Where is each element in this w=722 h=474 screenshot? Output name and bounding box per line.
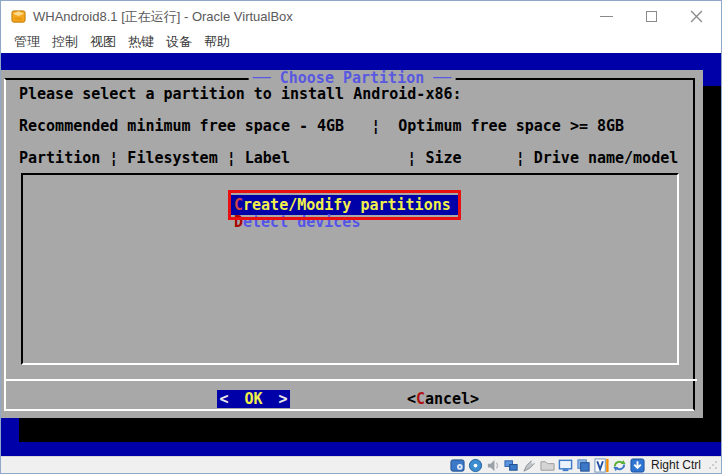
ok-button[interactable]: <OK> [217,390,290,408]
dialog-title: ── Choose Partition ── [249,70,456,86]
menu-item-hotkeys[interactable]: 热键 [125,33,157,51]
menu-item-view[interactable]: 视图 [87,33,119,51]
prompt-text: Please select a partition to install And… [1,86,462,102]
usb-icon[interactable] [522,458,537,473]
mouse-integration-icon[interactable] [612,458,627,473]
resize-grip[interactable] [708,460,718,470]
maximize-button[interactable] [629,1,674,31]
close-button[interactable] [674,1,719,31]
partition-table-header: Partition ¦ Filesystem ¦ Label ¦ Size ¦ … [1,150,678,166]
hotkey-letter: D [234,213,243,231]
minimize-icon [600,16,613,17]
recording-icon[interactable] [576,458,591,473]
menu-item-create-modify-partitions[interactable]: Create/Modify partitions [231,195,458,215]
menu-item-machine[interactable]: 管理 [11,33,43,51]
hotkey-letter: C [234,196,243,214]
close-icon [690,10,703,23]
bracket-left: < [407,390,416,408]
ok-label: OK [244,390,262,408]
network-icon[interactable] [504,458,519,473]
item-label: reate/Modify partitions [243,196,451,214]
minimize-button[interactable] [584,1,629,31]
maximize-icon [646,11,657,22]
choose-partition-dialog: ── Choose Partition ── Please select a p… [1,70,703,418]
space-recommendation-text: Recommended minimum free space - 4GB ¦ O… [1,118,624,134]
buttons-separator-line [5,379,697,381]
menu-item-detect-devices[interactable]: Detect devices [234,214,360,230]
shared-folders-icon[interactable] [540,458,555,473]
bracket-left: < [219,390,228,408]
cancel-button[interactable]: <Cancel> [406,390,480,408]
status-bar: Right Ctrl [1,456,721,473]
display-icon[interactable] [558,458,573,473]
virtualbox-window: WHAndroid8.1 [正在运行] - Oracle VirtualBox … [0,0,722,474]
virtualization-icon[interactable] [594,458,609,473]
item-label: etect devices [243,213,360,231]
audio-icon[interactable] [486,458,501,473]
menu-item-control[interactable]: 控制 [49,33,81,51]
optical-drives-icon[interactable] [468,458,483,473]
menu-item-devices[interactable]: 设备 [163,33,195,51]
window-title: WHAndroid8.1 [正在运行] - Oracle VirtualBox [33,8,293,26]
bracket-right: > [279,390,288,408]
virtualbox-vm-icon [11,9,26,24]
host-key-icon[interactable] [630,458,645,473]
bracket-right: > [470,390,479,408]
vm-console-screen: ── Choose Partition ── Please select a p… [1,53,721,458]
title-bar: WHAndroid8.1 [正在运行] - Oracle VirtualBox [1,1,721,31]
menu-item-help[interactable]: 帮助 [201,33,233,51]
menu-bar: 管理 控制 视图 热键 设备 帮助 [1,31,721,53]
hard-disks-icon[interactable] [450,458,465,473]
host-key-label: Right Ctrl [651,458,701,472]
cancel-label: ancel [425,390,470,408]
hotkey-letter: C [416,390,425,408]
